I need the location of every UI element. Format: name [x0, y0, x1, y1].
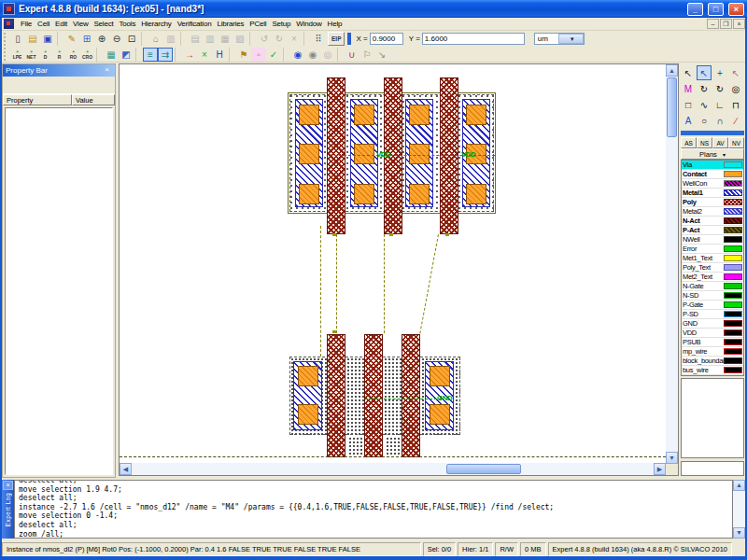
- home-view-icon[interactable]: ⌂: [148, 32, 163, 46]
- poly-net-wire[interactable]: [384, 234, 385, 333]
- layer-row-met2_text[interactable]: Met2_Text: [682, 273, 743, 282]
- poly-net-wire[interactable]: [336, 234, 337, 333]
- menu-item-edit[interactable]: Edit: [52, 19, 70, 29]
- layer-row-block_boundary[interactable]: block_boundary: [682, 357, 743, 366]
- lpe-report-icon[interactable]: ◎: [320, 48, 335, 62]
- check-icon[interactable]: ✓: [266, 48, 281, 62]
- horizontal-scrollbar[interactable]: ◀ ▶: [120, 463, 666, 475]
- device-button-cro[interactable]: *CRO: [80, 47, 94, 62]
- undo-icon[interactable]: ↺: [257, 32, 272, 46]
- pmos-poly-gate[interactable]: [440, 77, 458, 234]
- open-cell-icon[interactable]: ▤: [25, 32, 40, 46]
- menu-item-pcell[interactable]: PCell: [247, 19, 269, 29]
- flag-small-icon[interactable]: ⚐: [359, 48, 374, 62]
- layer-row-p-gate[interactable]: P-Gate: [682, 301, 743, 310]
- target-icon[interactable]: ◎: [728, 81, 743, 96]
- rotate-icon[interactable]: ↻: [712, 81, 727, 96]
- layer-row-vdd[interactable]: VDD: [682, 329, 743, 338]
- snap-grid-icon[interactable]: ⠿: [311, 32, 326, 46]
- layer-row-contact[interactable]: Contact: [682, 170, 743, 179]
- plans-dropdown[interactable]: Plans ▾: [681, 148, 744, 160]
- units-dropdown[interactable]: um ▾: [534, 33, 585, 45]
- align-edges-icon[interactable]: ≡: [143, 48, 158, 62]
- layer-row-poly_text[interactable]: Poly_Text: [682, 263, 743, 273]
- copy-icon[interactable]: ▥: [203, 32, 218, 46]
- gnd-label[interactable]: GND: [437, 394, 452, 402]
- view-button-ns[interactable]: NS: [697, 137, 712, 148]
- device-button-lpe[interactable]: *LPE: [10, 47, 24, 62]
- edit-in-place-icon[interactable]: ✎: [64, 32, 79, 46]
- path-tool-icon[interactable]: ∿: [697, 97, 712, 112]
- layer-row-mp_wire[interactable]: mp_wire: [682, 347, 743, 357]
- resize-grip[interactable]: [734, 542, 745, 556]
- menu-item-window[interactable]: Window: [293, 19, 324, 29]
- command-log[interactable]: deselect all;move selection 1.9 4.7;dese…: [14, 480, 733, 539]
- probe-icon[interactable]: ↘: [374, 48, 389, 62]
- polygon-tool-icon[interactable]: ∟: [712, 97, 727, 112]
- grid-icon[interactable]: ⊞: [79, 32, 94, 46]
- device-button-ro[interactable]: *RO: [66, 47, 80, 62]
- layer-row-wellcon[interactable]: WellCon: [682, 179, 743, 189]
- instance-icon[interactable]: M: [681, 81, 696, 96]
- pmos-diffusion-column[interactable]: [350, 99, 378, 207]
- vdd-label[interactable]: VDD: [461, 150, 475, 159]
- layer-row-error[interactable]: Error: [682, 245, 743, 254]
- pmos-diffusion-column[interactable]: [295, 99, 323, 207]
- layer-row-metal2[interactable]: Metal2: [682, 207, 743, 217]
- eip-button[interactable]: EIP: [328, 32, 345, 46]
- guard-ring-icon[interactable]: ▫: [251, 48, 266, 62]
- select-area-icon[interactable]: ↖: [697, 65, 712, 80]
- stretch-icon[interactable]: ↖: [728, 65, 743, 80]
- value-column-header[interactable]: Value: [72, 94, 115, 105]
- minimize-button[interactable]: _: [687, 3, 703, 16]
- menu-item-tools[interactable]: Tools: [117, 19, 139, 29]
- redraw-icon[interactable]: ▥: [163, 32, 178, 46]
- layer-row-poly[interactable]: Poly: [682, 198, 743, 207]
- duplicate-icon[interactable]: ▧: [233, 32, 247, 46]
- vertical-scrollbar[interactable]: ▲ ▼: [666, 64, 678, 464]
- select-net-icon[interactable]: ↻: [697, 81, 712, 96]
- vdd-label[interactable]: VDD: [376, 150, 390, 159]
- layer-row-gnd[interactable]: GND: [682, 319, 743, 329]
- box-tool-icon[interactable]: □: [681, 97, 696, 112]
- circle-tool-icon[interactable]: ○: [697, 113, 712, 128]
- menu-item-cell[interactable]: Cell: [35, 19, 52, 29]
- lpe-extract-icon[interactable]: ◉: [290, 48, 305, 62]
- zoom-window-icon[interactable]: ⊡: [124, 32, 139, 46]
- view-button-nv[interactable]: NV: [728, 137, 744, 148]
- menu-item-file[interactable]: File: [18, 19, 35, 29]
- menu-item-setup[interactable]: Setup: [269, 19, 293, 29]
- property-column-header[interactable]: Property: [3, 94, 72, 105]
- nmos-poly-gate[interactable]: [402, 334, 420, 457]
- toolbar-grip[interactable]: [4, 33, 8, 46]
- save-icon[interactable]: ▣: [40, 32, 55, 46]
- lpe-view-icon[interactable]: ◉: [305, 48, 320, 62]
- maximize-button[interactable]: □: [708, 3, 724, 16]
- menu-item-help[interactable]: Help: [325, 19, 345, 29]
- property-bar-header[interactable]: Property Bar ×: [3, 64, 115, 77]
- magnet-icon[interactable]: ∪: [345, 48, 359, 62]
- text-tool-icon[interactable]: A: [681, 113, 696, 128]
- join-shapes-icon[interactable]: H: [212, 48, 227, 62]
- view-button-av[interactable]: AV: [712, 137, 728, 148]
- pmos-poly-gate[interactable]: [327, 77, 345, 234]
- scroll-right-icon[interactable]: ▶: [654, 463, 666, 475]
- nmos-diffusion-column[interactable]: [293, 361, 322, 430]
- paste-icon[interactable]: ▦: [218, 32, 233, 46]
- scroll-up-icon[interactable]: ▲: [666, 64, 678, 77]
- select-cursor-icon[interactable]: ↖: [681, 65, 696, 80]
- child-restore-button[interactable]: ❐: [720, 19, 732, 29]
- layer-row-via[interactable]: Via: [682, 161, 743, 170]
- poly-net-wire[interactable]: [419, 234, 439, 333]
- delete-icon[interactable]: ×: [287, 32, 302, 46]
- layer-row-n-gate[interactable]: N-Gate: [682, 282, 743, 291]
- bus-tool-icon[interactable]: ⊓: [728, 97, 743, 112]
- scroll-down-icon[interactable]: ▼: [666, 452, 678, 464]
- redo-icon[interactable]: ↻: [272, 32, 287, 46]
- align-move-icon[interactable]: ⇉: [158, 48, 173, 62]
- layer-row-n-act[interactable]: N-Act: [682, 217, 743, 226]
- log-scroll-down-icon[interactable]: ▼: [733, 527, 745, 539]
- child-close-button[interactable]: ×: [733, 19, 745, 29]
- property-list[interactable]: [5, 107, 113, 475]
- layer-row-n-sd[interactable]: N-SD: [682, 291, 743, 301]
